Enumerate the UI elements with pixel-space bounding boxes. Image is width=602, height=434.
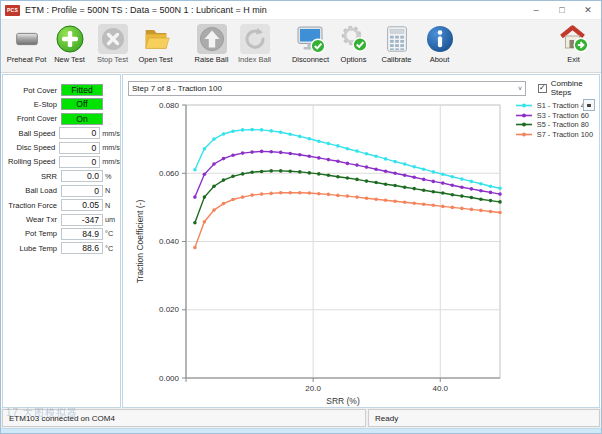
series-marker [203, 220, 207, 224]
series-marker [355, 149, 359, 153]
status-row: Disc Speed0mm/s [3, 142, 120, 154]
series-marker [489, 191, 493, 195]
series-marker [212, 184, 216, 188]
status-row-unit: mm/s [100, 157, 120, 166]
status-row-label: Wear Txr [3, 215, 61, 224]
series-marker [298, 135, 302, 139]
series-marker [451, 175, 455, 179]
series-marker [327, 193, 331, 197]
raise-ball-button[interactable]: Raise Ball [190, 22, 233, 64]
toolbar-button-label: Raise Ball [195, 55, 229, 64]
series-marker [308, 171, 312, 175]
window-bottom-edge [1, 428, 601, 434]
series-marker [231, 153, 235, 157]
stop-test-button[interactable]: Stop Test [91, 22, 134, 64]
series-marker [384, 157, 388, 161]
combine-steps-checkbox[interactable]: ✓ Combine Steps [538, 79, 594, 97]
open-test-button[interactable]: Open Test [134, 22, 177, 64]
app-window: PCS ETM : Profile = 500N TS : Data = 500… [0, 0, 602, 434]
status-row-unit: N [103, 186, 110, 195]
series-marker [260, 150, 264, 154]
status-row: Ball Speed0mm/s [3, 127, 120, 139]
series-marker [422, 203, 426, 207]
series-marker [317, 156, 321, 160]
series-marker [279, 169, 283, 173]
minimize-button[interactable]: – [523, 1, 549, 19]
close-button[interactable]: ✕ [575, 1, 601, 19]
series-marker [250, 170, 254, 174]
disconnect-icon [295, 22, 327, 55]
series-marker [432, 170, 436, 174]
index-ball-button[interactable]: Index Ball [233, 22, 276, 64]
calibrate-button[interactable]: Calibrate [375, 22, 418, 64]
disconnect-button[interactable]: Disconnect [289, 22, 332, 64]
status-row-unit: mm/s [100, 143, 120, 152]
series-marker [355, 163, 359, 167]
status-row-value: 0 [59, 142, 100, 154]
status-row-label: Traction Force [3, 201, 61, 210]
legend-swatch-icon [515, 131, 533, 138]
series-marker [489, 184, 493, 188]
series-marker [308, 137, 312, 141]
series-marker [412, 187, 416, 191]
series-marker [460, 185, 464, 189]
maximize-button[interactable]: □ [549, 1, 575, 19]
status-row-value: 0.0 [61, 170, 103, 182]
series-marker [346, 162, 350, 166]
status-row: SRR0.0% [3, 170, 120, 182]
series-marker [212, 162, 216, 166]
status-row: Lube Temp88.6°C [3, 242, 120, 254]
open-test-icon [141, 22, 171, 55]
status-bar: ETM103 connected on COM4 Ready [1, 408, 601, 428]
legend-label: S1 - Traction 40 [537, 101, 589, 110]
about-icon [424, 22, 456, 55]
status-row: E-StopOff [3, 98, 120, 110]
legend-pin-button[interactable] [583, 99, 595, 111]
series-marker [460, 194, 464, 198]
series-marker [288, 169, 292, 173]
status-row: Rolling Speed0mm/s [3, 156, 120, 168]
series-marker [432, 204, 436, 208]
status-row-label: Pot Cover [3, 86, 61, 95]
options-button[interactable]: Options [332, 22, 375, 64]
series-marker [374, 154, 378, 158]
step-selector-dropdown[interactable]: Step 7 of 8 - Traction 100 ˅ [128, 81, 526, 96]
series-marker [336, 144, 340, 148]
series-marker [346, 147, 350, 151]
series-marker [203, 173, 207, 177]
new-test-button[interactable]: New Test [48, 22, 91, 64]
series-marker [412, 176, 416, 180]
status-row-value: 88.6 [61, 242, 103, 254]
app-icon: PCS [5, 5, 20, 16]
index-ball-icon [239, 22, 271, 55]
series-marker [451, 206, 455, 210]
series-marker [355, 195, 359, 199]
series-marker [412, 202, 416, 206]
status-row-label: E-Stop [3, 100, 61, 109]
status-row: Front CoverOn [3, 113, 120, 125]
status-row-label: Ball Speed [3, 129, 59, 138]
preheat-pot-button[interactable]: Preheat Pot [5, 22, 48, 64]
series-marker [374, 181, 378, 185]
toolbar-button-label: About [430, 55, 450, 64]
series-marker [231, 198, 235, 202]
toolbar-button-label: Stop Test [97, 55, 128, 64]
status-row-unit: °C [103, 244, 113, 253]
series-marker [374, 197, 378, 201]
series-marker [441, 173, 445, 177]
about-button[interactable]: About [418, 22, 461, 64]
series-marker [317, 139, 321, 143]
status-row-value: Off [61, 98, 103, 110]
series-marker [317, 192, 321, 196]
legend-label: S5 - Traction 80 [537, 120, 589, 129]
series-marker [403, 185, 407, 189]
y-tick-label: 0.080 [159, 101, 180, 110]
series-marker [422, 189, 426, 193]
series-marker [260, 170, 264, 174]
series-marker [498, 187, 502, 191]
status-row-unit: °C [103, 229, 113, 238]
exit-button[interactable]: Exit [552, 22, 595, 64]
calibrate-icon [382, 22, 412, 55]
ready-status: Ready [368, 409, 600, 427]
window-title: ETM : Profile = 500N TS : Data = 500N 1 … [25, 5, 267, 15]
